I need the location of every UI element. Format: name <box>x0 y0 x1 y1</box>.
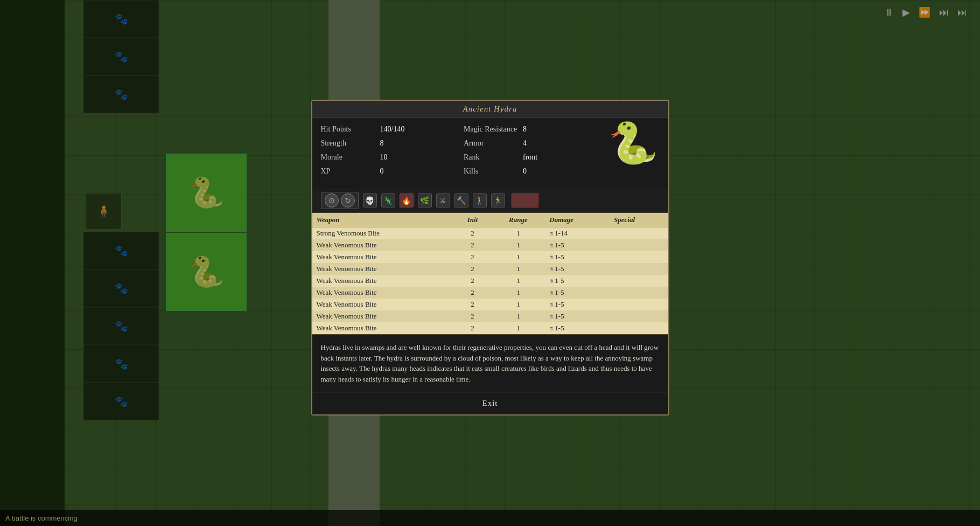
stat-value-magic: 8 <box>523 125 527 134</box>
weapon-damage: ⚗1-5 <box>545 310 610 322</box>
weapon-table-row: Weak Venomous Bite 2 1 ⚗1-5 <box>312 322 668 334</box>
weapon-name: Weak Venomous Bite <box>312 322 454 334</box>
stat-label-hp: Hit Points <box>321 125 380 134</box>
stats-left: Hit Points 140/140 Strength 8 Morale 10 … <box>312 117 456 189</box>
sword-icon-btn[interactable]: ⚔ <box>436 193 450 207</box>
stat-value-rank: front <box>523 153 537 162</box>
creature-icon-btn[interactable]: 🦎 <box>381 193 395 207</box>
weapon-damage: ⚗1-5 <box>545 287 610 299</box>
weapon-range: 1 <box>492 310 545 322</box>
weapon-init: 2 <box>454 263 492 275</box>
weapon-special <box>610 251 668 263</box>
weapon-table-row: Weak Venomous Bite 2 1 ⚗1-5 <box>312 239 668 251</box>
weapon-range: 1 <box>492 227 545 240</box>
weapon-table-row: Weak Venomous Bite 2 1 ⚗1-5 <box>312 299 668 310</box>
leaf-icon-btn[interactable]: 🌿 <box>418 193 432 207</box>
weapon-damage: ⚗1-5 <box>545 322 610 334</box>
description-area: Hydras live in swamps and are well known… <box>312 334 668 392</box>
fire-icon-btn[interactable]: 🔥 <box>400 193 414 207</box>
weapon-damage: ⚗1-5 <box>545 299 610 310</box>
stat-label-magic: Magic Resistance <box>464 125 523 134</box>
weapon-range: 1 <box>492 322 545 334</box>
unit-info-modal: Ancient Hydra Hit Points 140/140 Strengt… <box>311 100 669 416</box>
col-header-damage: Damage <box>545 213 610 227</box>
weapon-name: Weak Venomous Bite <box>312 263 454 275</box>
weapon-table-row: Weak Venomous Bite 2 1 ⚗1-5 <box>312 310 668 322</box>
stat-value-armor: 4 <box>523 139 527 148</box>
hammer-icon-btn[interactable]: 🔨 <box>454 193 468 207</box>
weapon-name: Weak Venomous Bite <box>312 310 454 322</box>
stat-row-magic: Magic Resistance 8 <box>464 125 590 134</box>
weapon-table: Weapon Init Range Damage Special Strong … <box>312 213 668 334</box>
weapon-init: 2 <box>454 322 492 334</box>
stat-row-xp: XP 0 <box>321 167 447 176</box>
col-header-range: Range <box>492 213 545 227</box>
weapon-init: 2 <box>454 287 492 299</box>
stat-row-rank: Rank front <box>464 153 590 162</box>
weapon-init: 2 <box>454 275 492 287</box>
modal-overlay: Ancient Hydra Hit Points 140/140 Strengt… <box>0 0 980 526</box>
stat-label-rank: Rank <box>464 153 523 162</box>
weapon-name: Weak Venomous Bite <box>312 299 454 310</box>
description-text: Hydras live in swamps and are well known… <box>321 342 660 384</box>
weapon-table-row: Weak Venomous Bite 2 1 ⚗1-5 <box>312 275 668 287</box>
stats-right: Magic Resistance 8 Armor 4 Rank front Ki… <box>455 117 598 189</box>
hydra-image: 🐍 <box>608 123 659 163</box>
stat-label-strength: Strength <box>321 139 380 148</box>
weapon-special <box>610 310 668 322</box>
weapon-special <box>610 275 668 287</box>
weapon-name: Weak Venomous Bite <box>312 251 454 263</box>
unit-image-area: 🐍 <box>598 117 668 189</box>
weapon-name: Weak Venomous Bite <box>312 239 454 251</box>
stat-label-armor: Armor <box>464 139 523 148</box>
skull-icon-btn[interactable]: 💀 <box>363 193 377 207</box>
stat-label-kills: Kills <box>464 167 523 176</box>
weapon-damage: ⚗1-5 <box>545 275 610 287</box>
exit-area: Exit <box>312 392 668 414</box>
stat-value-morale: 10 <box>380 153 388 162</box>
weapon-damage: ⚗1-5 <box>545 251 610 263</box>
weapon-table-row: Strong Venomous Bite 2 1 ⚗1-14 <box>312 227 668 240</box>
exit-button[interactable]: Exit <box>482 399 498 408</box>
weapon-range: 1 <box>492 275 545 287</box>
rotate-icon-btn[interactable]: ↻ <box>341 193 355 207</box>
shield-icon-btn[interactable]: ⊙ <box>325 193 339 207</box>
modal-title: Ancient Hydra <box>463 105 517 113</box>
stat-value-hp: 140/140 <box>380 125 405 134</box>
col-header-init: Init <box>454 213 492 227</box>
weapon-name: Weak Venomous Bite <box>312 275 454 287</box>
stat-row-morale: Morale 10 <box>321 153 447 162</box>
weapon-special <box>610 263 668 275</box>
weapon-damage: ⚗1-14 <box>545 227 610 240</box>
weapon-init: 2 <box>454 310 492 322</box>
stat-value-xp: 0 <box>380 167 384 176</box>
weapon-table-row: Weak Venomous Bite 2 1 ⚗1-5 <box>312 263 668 275</box>
weapon-name: Weak Venomous Bite <box>312 287 454 299</box>
stat-row-armor: Armor 4 <box>464 139 590 148</box>
weapon-range: 1 <box>492 287 545 299</box>
stat-row-strength: Strength 8 <box>321 139 447 148</box>
weapon-range: 1 <box>492 251 545 263</box>
weapon-init: 2 <box>454 239 492 251</box>
icon-action-row: ⊙ ↻ 💀 🦎 🔥 🌿 ⚔ 🔨 🚶 🏃 <box>312 189 668 213</box>
weapon-special <box>610 239 668 251</box>
weapon-table-row: Weak Venomous Bite 2 1 ⚗1-5 <box>312 287 668 299</box>
weapon-range: 1 <box>492 239 545 251</box>
weapon-range: 1 <box>492 263 545 275</box>
stat-label-xp: XP <box>321 167 380 176</box>
stats-wrapper: Hit Points 140/140 Strength 8 Morale 10 … <box>312 117 668 189</box>
weapon-special <box>610 227 668 240</box>
modal-title-bar: Ancient Hydra <box>312 101 668 117</box>
weapon-damage: ⚗1-5 <box>545 263 610 275</box>
run-icon-btn[interactable]: 🏃 <box>491 193 505 207</box>
weapon-special <box>610 322 668 334</box>
weapon-table-area: Weapon Init Range Damage Special Strong … <box>312 213 668 334</box>
stat-label-morale: Morale <box>321 153 380 162</box>
weapon-damage: ⚗1-5 <box>545 239 610 251</box>
weapon-special <box>610 299 668 310</box>
active-action-area <box>512 193 538 207</box>
stat-value-kills: 0 <box>523 167 527 176</box>
walk-icon-btn[interactable]: 🚶 <box>473 193 487 207</box>
col-header-weapon: Weapon <box>312 213 454 227</box>
weapon-init: 2 <box>454 251 492 263</box>
